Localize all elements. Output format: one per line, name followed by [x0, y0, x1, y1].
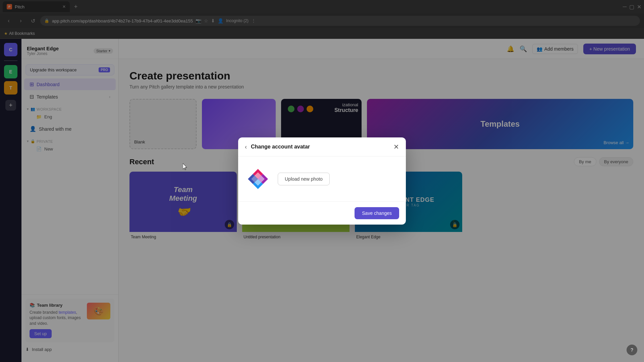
avatar-svg	[246, 167, 270, 191]
avatar-preview	[246, 167, 270, 191]
change-avatar-modal: ‹ Change account avatar ✕	[238, 137, 406, 225]
modal-body: Upload new photo	[238, 157, 406, 201]
modal-footer: Save changes	[238, 201, 406, 225]
upload-photo-button[interactable]: Upload new photo	[278, 173, 330, 185]
modal-close-button[interactable]: ✕	[393, 143, 399, 151]
modal-back-button[interactable]: ‹	[245, 143, 247, 150]
modal-header: ‹ Change account avatar ✕	[238, 137, 406, 157]
modal-overlay[interactable]: ‹ Change account avatar ✕	[0, 0, 644, 362]
help-button[interactable]: ?	[627, 345, 637, 355]
save-changes-button[interactable]: Save changes	[355, 207, 399, 219]
modal-title: Change account avatar	[251, 144, 393, 150]
